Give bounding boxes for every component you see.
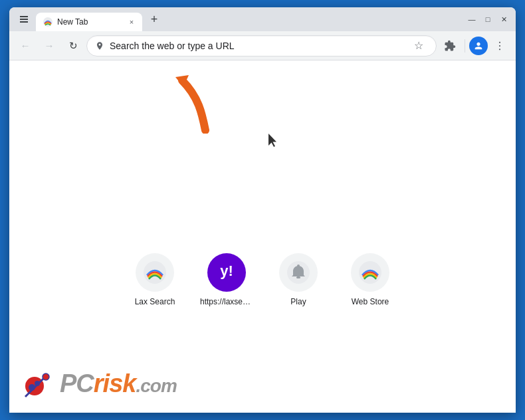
svg-point-10 [297, 264, 300, 267]
back-button[interactable]: ← [15, 35, 36, 56]
new-tab-button[interactable]: + [145, 10, 163, 29]
pcrisk-text: PCrisk.com [60, 369, 177, 398]
extensions-button[interactable] [439, 35, 461, 56]
window-controls: — □ ✕ [465, 13, 510, 26]
minimize-button[interactable]: — [465, 13, 478, 26]
cursor-indicator [268, 134, 279, 150]
address-icon [95, 41, 104, 51]
address-bar[interactable]: ☆ [86, 35, 437, 56]
watermark-com: .com [136, 375, 176, 396]
title-bar: New Tab × + — □ ✕ [9, 7, 516, 31]
svg-point-3 [499, 49, 500, 50]
shortcut-label-play: Play [290, 297, 306, 306]
shortcut-web-store[interactable]: Web Store [344, 253, 397, 306]
svg-rect-9 [296, 276, 300, 278]
browser-window: New Tab × + — □ ✕ ← → ↻ ☆ [9, 7, 516, 413]
watermark: PCrisk.com [23, 368, 177, 399]
refresh-button[interactable]: ↻ [62, 35, 84, 56]
shortcut-lax-search[interactable]: Lax Search [128, 253, 181, 306]
nav-divider [465, 39, 465, 52]
bookmark-button[interactable]: ☆ [409, 37, 428, 55]
maximize-button[interactable]: □ [481, 13, 494, 26]
forward-button[interactable]: → [39, 35, 60, 56]
svg-point-16 [43, 373, 49, 380]
watermark-risk: risk [94, 369, 136, 397]
pcrisk-logo-icon [23, 368, 54, 399]
svg-text:y!: y! [220, 262, 233, 279]
watermark-pc: PC [60, 369, 94, 397]
close-button[interactable]: ✕ [497, 13, 510, 26]
shortcut-label-web-store: Web Store [352, 297, 389, 306]
svg-marker-5 [175, 75, 189, 87]
tab-list-button[interactable] [15, 10, 33, 29]
shortcut-play[interactable]: Play [272, 253, 325, 306]
tab-title: New Tab [57, 17, 122, 27]
address-input[interactable] [110, 41, 404, 51]
nav-right-icons [439, 35, 510, 56]
menu-button[interactable] [489, 35, 510, 56]
tab-favicon [43, 17, 53, 27]
page-content: Lax Search y! https://laxsea... [9, 60, 516, 413]
shortcut-icon-laxsea: y! [207, 253, 246, 292]
shortcuts-section: Lax Search y! https://laxsea... [128, 253, 397, 306]
shortcut-label-lax-search: Lax Search [135, 297, 175, 306]
profile-button[interactable] [469, 37, 488, 55]
shortcut-icon-play [279, 253, 318, 292]
shortcut-icon-web-store [351, 253, 389, 292]
shortcut-label-laxsea: https://laxsea... [200, 297, 253, 306]
nav-bar: ← → ↻ ☆ [9, 31, 516, 60]
tab-close-button[interactable]: × [126, 17, 137, 27]
svg-point-2 [499, 45, 500, 46]
svg-point-1 [499, 41, 500, 43]
shortcut-icon-lax-search [136, 253, 174, 292]
active-tab[interactable]: New Tab × [36, 13, 142, 31]
shortcut-laxsea[interactable]: y! https://laxsea... [200, 253, 253, 306]
